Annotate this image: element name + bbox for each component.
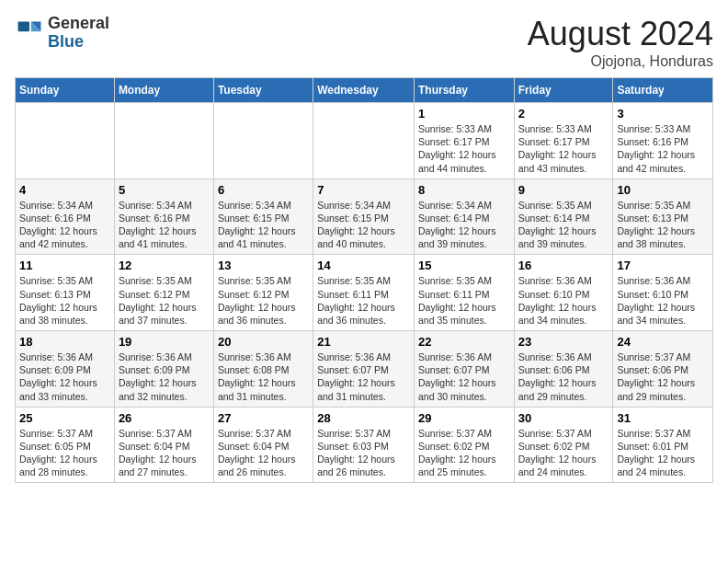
day-info: Sunrise: 5:34 AM Sunset: 6:16 PM Dayligh… [119,199,210,251]
calendar-cell: 4Sunrise: 5:34 AM Sunset: 6:16 PM Daylig… [16,178,115,255]
day-number: 13 [218,259,309,272]
day-number: 8 [418,183,510,197]
day-number: 20 [218,335,309,349]
weekday-header-tuesday: Tuesday [213,78,313,103]
day-number: 16 [518,259,609,272]
day-number: 10 [617,183,709,197]
day-info: Sunrise: 5:35 AM Sunset: 6:14 PM Dayligh… [518,199,609,251]
day-info: Sunrise: 5:35 AM Sunset: 6:12 PM Dayligh… [119,274,210,327]
calendar-cell: 26Sunrise: 5:37 AM Sunset: 6:04 PM Dayli… [114,407,213,483]
calendar-cell: 16Sunrise: 5:36 AM Sunset: 6:10 PM Dayli… [514,255,613,331]
day-number: 2 [518,107,609,121]
calendar-cell: 25Sunrise: 5:37 AM Sunset: 6:05 PM Dayli… [16,407,115,483]
svg-rect-2 [18,21,29,31]
day-info: Sunrise: 5:35 AM Sunset: 6:12 PM Dayligh… [218,274,309,327]
day-number: 14 [317,259,410,272]
title-block: August 2024 Ojojona, Honduras [528,15,713,70]
day-number: 7 [317,183,410,197]
day-number: 18 [19,335,110,349]
day-info: Sunrise: 5:35 AM Sunset: 6:13 PM Dayligh… [19,274,110,327]
day-info: Sunrise: 5:34 AM Sunset: 6:14 PM Dayligh… [418,199,510,251]
calendar-cell: 11Sunrise: 5:35 AM Sunset: 6:13 PM Dayli… [16,255,115,331]
day-info: Sunrise: 5:35 AM Sunset: 6:11 PM Dayligh… [317,274,410,327]
week-row-4: 18Sunrise: 5:36 AM Sunset: 6:09 PM Dayli… [16,331,713,408]
calendar-cell: 17Sunrise: 5:36 AM Sunset: 6:10 PM Dayli… [613,255,713,331]
calendar-cell: 1Sunrise: 5:33 AM Sunset: 6:17 PM Daylig… [414,103,514,179]
calendar-cell: 2Sunrise: 5:33 AM Sunset: 6:17 PM Daylig… [514,103,613,179]
calendar-cell [16,103,115,179]
day-info: Sunrise: 5:37 AM Sunset: 6:01 PM Dayligh… [617,427,709,479]
calendar-cell: 6Sunrise: 5:34 AM Sunset: 6:15 PM Daylig… [213,178,313,255]
weekday-header-row: SundayMondayTuesdayWednesdayThursdayFrid… [16,78,713,103]
day-info: Sunrise: 5:37 AM Sunset: 6:04 PM Dayligh… [119,427,210,479]
day-info: Sunrise: 5:35 AM Sunset: 6:13 PM Dayligh… [617,199,709,251]
calendar-cell: 22Sunrise: 5:36 AM Sunset: 6:07 PM Dayli… [414,331,514,408]
week-row-5: 25Sunrise: 5:37 AM Sunset: 6:05 PM Dayli… [16,407,713,483]
day-number: 29 [418,411,510,425]
day-info: Sunrise: 5:33 AM Sunset: 6:17 PM Dayligh… [418,122,510,175]
day-number: 17 [617,259,709,272]
logo-text: General Blue [48,15,109,52]
day-info: Sunrise: 5:33 AM Sunset: 6:17 PM Dayligh… [518,122,609,175]
calendar-cell [313,103,415,179]
month-year-title: August 2024 [528,15,713,53]
day-info: Sunrise: 5:36 AM Sunset: 6:09 PM Dayligh… [19,350,110,403]
calendar-cell: 10Sunrise: 5:35 AM Sunset: 6:13 PM Dayli… [613,178,713,255]
calendar-cell: 30Sunrise: 5:37 AM Sunset: 6:02 PM Dayli… [514,407,613,483]
day-number: 1 [418,107,510,121]
day-number: 31 [617,411,709,425]
weekday-header-saturday: Saturday [613,78,713,103]
day-number: 22 [418,335,510,349]
logo-icon [15,18,44,48]
day-info: Sunrise: 5:37 AM Sunset: 6:06 PM Dayligh… [617,350,709,403]
calendar-table: SundayMondayTuesdayWednesdayThursdayFrid… [15,77,713,483]
location-title: Ojojona, Honduras [528,53,713,70]
day-info: Sunrise: 5:34 AM Sunset: 6:16 PM Dayligh… [19,199,110,251]
day-number: 11 [19,259,110,272]
day-info: Sunrise: 5:37 AM Sunset: 6:04 PM Dayligh… [218,427,309,479]
day-number: 5 [119,183,210,197]
calendar-cell: 15Sunrise: 5:35 AM Sunset: 6:11 PM Dayli… [414,255,514,331]
calendar-cell [114,103,213,179]
week-row-1: 1Sunrise: 5:33 AM Sunset: 6:17 PM Daylig… [16,103,713,179]
day-number: 15 [418,259,510,272]
weekday-header-friday: Friday [514,78,613,103]
day-number: 21 [317,335,410,349]
day-number: 9 [518,183,609,197]
day-info: Sunrise: 5:36 AM Sunset: 6:07 PM Dayligh… [317,350,410,403]
week-row-2: 4Sunrise: 5:34 AM Sunset: 6:16 PM Daylig… [16,178,713,255]
day-number: 27 [218,411,309,425]
day-number: 12 [119,259,210,272]
day-info: Sunrise: 5:37 AM Sunset: 6:02 PM Dayligh… [518,427,609,479]
calendar-cell: 7Sunrise: 5:34 AM Sunset: 6:15 PM Daylig… [313,178,415,255]
calendar-cell: 20Sunrise: 5:36 AM Sunset: 6:08 PM Dayli… [213,331,313,408]
day-number: 23 [518,335,609,349]
calendar-cell: 14Sunrise: 5:35 AM Sunset: 6:11 PM Dayli… [313,255,415,331]
calendar-cell: 12Sunrise: 5:35 AM Sunset: 6:12 PM Dayli… [114,255,213,331]
calendar-cell: 28Sunrise: 5:37 AM Sunset: 6:03 PM Dayli… [313,407,415,483]
weekday-header-monday: Monday [114,78,213,103]
day-info: Sunrise: 5:33 AM Sunset: 6:16 PM Dayligh… [617,122,709,175]
day-info: Sunrise: 5:36 AM Sunset: 6:07 PM Dayligh… [418,350,510,403]
page-header: General Blue August 2024 Ojojona, Hondur… [15,15,713,70]
calendar-cell: 18Sunrise: 5:36 AM Sunset: 6:09 PM Dayli… [16,331,115,408]
day-number: 19 [119,335,210,349]
day-info: Sunrise: 5:37 AM Sunset: 6:05 PM Dayligh… [19,427,110,479]
day-info: Sunrise: 5:36 AM Sunset: 6:06 PM Dayligh… [518,350,609,403]
day-number: 26 [119,411,210,425]
calendar-cell: 23Sunrise: 5:36 AM Sunset: 6:06 PM Dayli… [514,331,613,408]
weekday-header-sunday: Sunday [16,78,115,103]
day-number: 4 [19,183,110,197]
calendar-cell: 3Sunrise: 5:33 AM Sunset: 6:16 PM Daylig… [613,103,713,179]
calendar-cell: 31Sunrise: 5:37 AM Sunset: 6:01 PM Dayli… [613,407,713,483]
day-number: 25 [19,411,110,425]
day-info: Sunrise: 5:34 AM Sunset: 6:15 PM Dayligh… [218,199,309,251]
day-number: 6 [218,183,309,197]
day-info: Sunrise: 5:36 AM Sunset: 6:08 PM Dayligh… [218,350,309,403]
weekday-header-thursday: Thursday [414,78,514,103]
weekday-header-wednesday: Wednesday [313,78,415,103]
day-info: Sunrise: 5:37 AM Sunset: 6:03 PM Dayligh… [317,427,410,479]
calendar-cell: 29Sunrise: 5:37 AM Sunset: 6:02 PM Dayli… [414,407,514,483]
day-info: Sunrise: 5:36 AM Sunset: 6:09 PM Dayligh… [119,350,210,403]
logo: General Blue [15,15,109,52]
